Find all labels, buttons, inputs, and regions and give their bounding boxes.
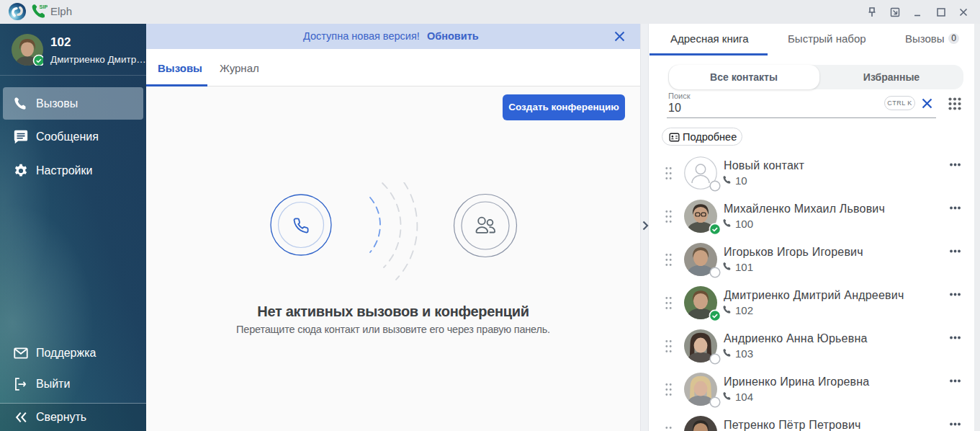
svg-text:SIP: SIP [40, 4, 48, 10]
